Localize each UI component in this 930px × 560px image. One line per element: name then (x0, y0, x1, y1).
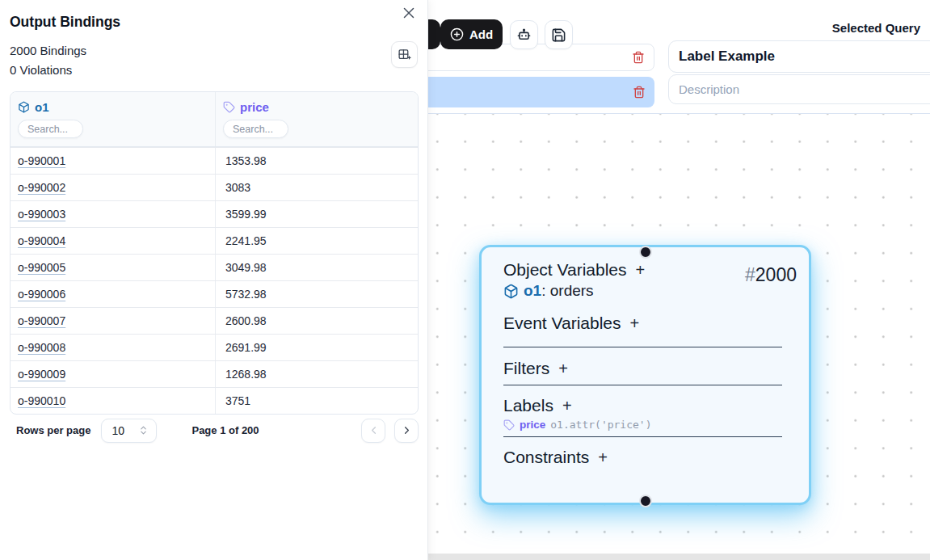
chevron-left-icon (368, 424, 380, 436)
chevron-right-icon (401, 424, 413, 436)
rows-per-page-value: 10 (112, 424, 124, 437)
price-cell: 3049.98 (215, 255, 418, 280)
filters-label: Filters (503, 359, 549, 378)
labels-label: Labels (503, 396, 553, 415)
delete-query-icon[interactable] (633, 85, 647, 99)
page-status: Page 1 of 200 (191, 424, 259, 436)
price-cell: 1353.98 (215, 148, 418, 174)
query-label-input[interactable] (668, 40, 930, 73)
table-row: o-9900065732.98 (11, 280, 418, 307)
object-variable-item[interactable]: o1: orders (503, 282, 782, 300)
count-value: 2000 (755, 264, 797, 285)
binding-id-link[interactable]: o-990008 (18, 341, 65, 354)
binding-id-link[interactable]: o-990006 (18, 288, 65, 301)
event-variables-section: Event Variables + (503, 314, 782, 333)
output-bindings-panel: Output Bindings 2000 Bindings 0 Violatio… (0, 0, 428, 560)
query-canvas[interactable]: #2000 Object Variables + o1: orders Even… (428, 114, 930, 554)
section-divider (503, 436, 782, 437)
rows-per-page-label: Rows per page (16, 424, 90, 436)
table-row: o-9900042241.95 (11, 227, 418, 254)
bindings-table: o1 price o-9900011353.98 o-9900023083 o-… (10, 91, 419, 415)
binding-id-link[interactable]: o-990001 (18, 154, 65, 167)
node-handle-top[interactable] (639, 246, 652, 259)
table-row: o-9900023083 (11, 174, 418, 200)
add-constraint-button[interactable]: + (598, 448, 608, 467)
next-page-button[interactable] (394, 419, 419, 443)
table-columns-plus-icon (398, 48, 411, 61)
toolbar-divider (428, 113, 930, 114)
horizontal-scrollbar[interactable] (428, 554, 930, 560)
object-variables-section: Object Variables + (503, 260, 782, 280)
filters-section: Filters + (503, 359, 782, 378)
delete-query-icon[interactable] (632, 50, 646, 65)
selected-query-heading: Selected Query (832, 21, 920, 35)
save-icon (551, 27, 566, 43)
column-header-price: price (223, 100, 411, 114)
price-cell: 2241.95 (215, 228, 418, 254)
bot-button[interactable] (510, 20, 538, 49)
chevrons-up-down-icon (138, 425, 149, 436)
add-event-variable-button[interactable]: + (630, 314, 640, 333)
table-row: o-9900091268.98 (11, 360, 418, 387)
labels-section: Labels + (503, 396, 782, 415)
main-toolbar: Add Selected Query (428, 0, 930, 114)
price-cell: 2691.99 (215, 335, 418, 360)
table-row: o-9900011353.98 (11, 147, 418, 174)
search-input-o1[interactable] (18, 120, 83, 138)
price-cell: 2600.98 (215, 308, 418, 334)
label-item[interactable]: price o1.attr('price') (503, 419, 782, 431)
table-row: o-9900053049.98 (11, 254, 418, 280)
query-description-input[interactable] (668, 74, 930, 104)
box-icon (503, 284, 519, 299)
label-item-name: price (520, 419, 545, 431)
add-button[interactable]: Add (440, 19, 503, 49)
rows-per-page-select[interactable]: 10 (101, 419, 157, 443)
constraints-section: Constraints + (503, 448, 782, 467)
binding-id-link[interactable]: o-990005 (18, 261, 65, 274)
search-input-price[interactable] (223, 120, 288, 138)
object-variable-type: : orders (541, 282, 593, 299)
column-header-o1: o1 (18, 100, 208, 114)
panel-title: Output Bindings (10, 14, 120, 31)
binding-id-link[interactable]: o-990007 (18, 314, 65, 327)
pagination-bar: Rows per page 10 Page 1 of 200 (10, 418, 419, 443)
table-row: o-9900033599.99 (11, 200, 418, 227)
table-header: o1 price (11, 92, 418, 147)
binding-id-link[interactable]: o-990004 (18, 234, 65, 247)
table-row: o-9900082691.99 (11, 334, 418, 360)
table-columns-button[interactable] (391, 41, 418, 68)
binding-id-link[interactable]: o-990003 (18, 208, 65, 221)
box-icon (18, 101, 30, 113)
node-handle-bottom[interactable] (639, 495, 652, 507)
robot-icon (516, 27, 532, 43)
query-node-card[interactable]: #2000 Object Variables + o1: orders Even… (479, 245, 811, 505)
previous-page-button[interactable] (361, 419, 385, 443)
save-button[interactable] (545, 20, 573, 49)
section-divider (503, 347, 782, 347)
count-prefix: # (745, 264, 755, 285)
add-button-label: Add (469, 27, 493, 41)
close-icon[interactable] (400, 2, 421, 23)
table-row: o-9900072600.98 (11, 307, 418, 334)
add-label-button[interactable]: + (562, 397, 572, 415)
event-variables-label: Event Variables (503, 314, 621, 333)
add-filter-button[interactable]: + (558, 360, 568, 378)
object-variable-name: o1 (524, 282, 541, 299)
label-item-expression: o1.attr('price') (550, 419, 651, 431)
binding-id-link[interactable]: o-990009 (18, 368, 65, 381)
price-cell: 1268.98 (215, 361, 418, 387)
object-variables-label: Object Variables (503, 260, 627, 280)
table-row: o-9900103751 (11, 387, 418, 414)
binding-count-badge: #2000 (745, 264, 797, 286)
binding-id-link[interactable]: o-990002 (18, 181, 65, 194)
violations-count: 0 Violations (10, 61, 86, 80)
price-cell: 3599.99 (215, 201, 418, 227)
query-list-item-selected[interactable] (416, 77, 654, 107)
bindings-count: 2000 Bindings (10, 41, 86, 61)
binding-id-link[interactable]: o-990010 (18, 394, 65, 407)
price-cell: 3083 (215, 175, 418, 200)
circle-plus-icon (450, 27, 464, 41)
add-object-variable-button[interactable]: + (636, 261, 646, 280)
tag-icon (223, 101, 235, 113)
price-cell: 5732.98 (215, 281, 418, 307)
